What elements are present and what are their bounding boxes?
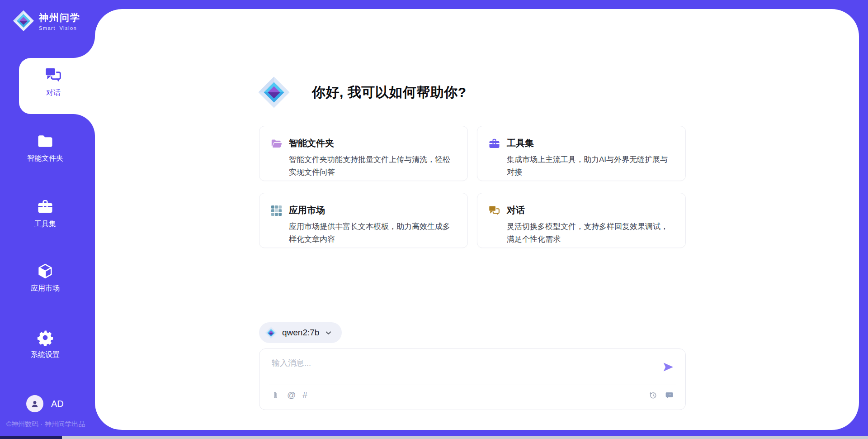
open-folder-icon [270, 138, 283, 150]
toolbox-icon [488, 138, 500, 150]
history-icon [648, 391, 658, 400]
composer-toolbar: @ # [271, 390, 674, 400]
card-description: 应用市场提供丰富长文本模板，助力高效生成多样化文章内容 [289, 220, 456, 245]
composer: @ # [259, 348, 686, 410]
sidebar: 神州问学 Smart Vision 对话 智能文件夹 工具集 [0, 0, 95, 439]
history-button[interactable] [648, 391, 658, 400]
chevron-down-icon [324, 329, 333, 337]
sidebar-item-settings[interactable]: 系统设置 [0, 329, 90, 360]
sidebar-item-smart-folder[interactable]: 智能文件夹 [0, 133, 90, 163]
mention-button[interactable]: @ [287, 390, 296, 400]
hash-icon: # [302, 390, 307, 400]
app-logo-icon [13, 10, 34, 32]
brand-subtitle: Smart Vision [39, 25, 80, 31]
horizontal-scrollbar-thumb[interactable] [0, 436, 62, 439]
card-app-market[interactable]: 应用市场 应用市场提供丰富长文本模板，助力高效生成多样化文章内容 [259, 193, 468, 248]
at-icon: @ [287, 390, 296, 400]
sidebar-item-label: 工具集 [34, 220, 56, 229]
sidebar-item-toolset[interactable]: 工具集 [0, 198, 90, 229]
card-description: 智能文件夹功能支持批量文件上传与清洗，轻松实现文件问答 [289, 153, 456, 178]
sidebar-item-label: 应用市场 [31, 284, 60, 293]
greeting-logo-icon [258, 74, 290, 111]
person-icon [30, 399, 40, 409]
grid-icon [270, 205, 283, 217]
comment-icon [665, 391, 674, 400]
brand-name: 神州问学 [39, 11, 80, 24]
paperclip-icon [271, 391, 280, 400]
chat-icon [44, 66, 62, 84]
card-title: 应用市场 [289, 204, 456, 216]
card-chat[interactable]: 对话 灵活切换多模型文件，支持多样回复效果调试，满足个性化需求 [477, 193, 686, 248]
card-title: 对话 [507, 204, 674, 216]
chat-icon [488, 205, 500, 217]
card-smart-folder[interactable]: 智能文件夹 智能文件夹功能支持批量文件上传与清洗，轻松实现文件问答 [259, 126, 468, 181]
message-input[interactable] [272, 358, 651, 381]
model-selector-button[interactable]: qwen2:7b [259, 322, 342, 343]
card-toolset[interactable]: 工具集 集成市场上主流工具，助力AI与外界无缝扩展与对接 [477, 126, 686, 181]
sidebar-item-label: 对话 [46, 88, 61, 98]
card-description: 灵活切换多模型文件，支持多样回复效果调试，满足个性化需求 [507, 220, 674, 245]
send-icon [662, 361, 675, 373]
feature-cards: 智能文件夹 智能文件夹功能支持批量文件上传与清洗，轻松实现文件问答 工具集 集成… [259, 126, 686, 248]
sidebar-item-app-market[interactable]: 应用市场 [0, 262, 90, 293]
avatar [26, 395, 43, 412]
comment-button[interactable] [665, 391, 674, 400]
greeting: 你好, 我可以如何帮助你? [258, 74, 467, 111]
tab-connector-top [73, 36, 95, 58]
horizontal-scrollbar-track[interactable] [0, 436, 868, 439]
sidebar-item-label: 智能文件夹 [27, 154, 63, 163]
hash-button[interactable]: # [302, 390, 307, 400]
composer-divider [269, 385, 676, 385]
card-title: 智能文件夹 [289, 137, 456, 149]
sidebar-item-chat[interactable]: 对话 [19, 58, 96, 114]
cube-icon [37, 262, 54, 280]
card-description: 集成市场上主流工具，助力AI与外界无缝扩展与对接 [507, 153, 674, 178]
model-name: qwen2:7b [282, 328, 319, 338]
model-logo-icon [265, 327, 277, 339]
card-title: 工具集 [507, 137, 674, 149]
user-account[interactable]: AD [26, 395, 64, 412]
user-label: AD [51, 399, 64, 409]
greeting-title: 你好, 我可以如何帮助你? [312, 83, 467, 102]
toolbox-icon [37, 198, 54, 215]
sidebar-item-label: 系统设置 [31, 350, 60, 360]
folder-icon [37, 133, 54, 150]
sidebar-footer: ©神州数码 · 神州问学出品 [6, 420, 85, 429]
send-button[interactable] [662, 361, 675, 373]
gear-icon [37, 329, 54, 346]
attach-button[interactable] [271, 391, 280, 400]
brand: 神州问学 Smart Vision [13, 10, 80, 32]
